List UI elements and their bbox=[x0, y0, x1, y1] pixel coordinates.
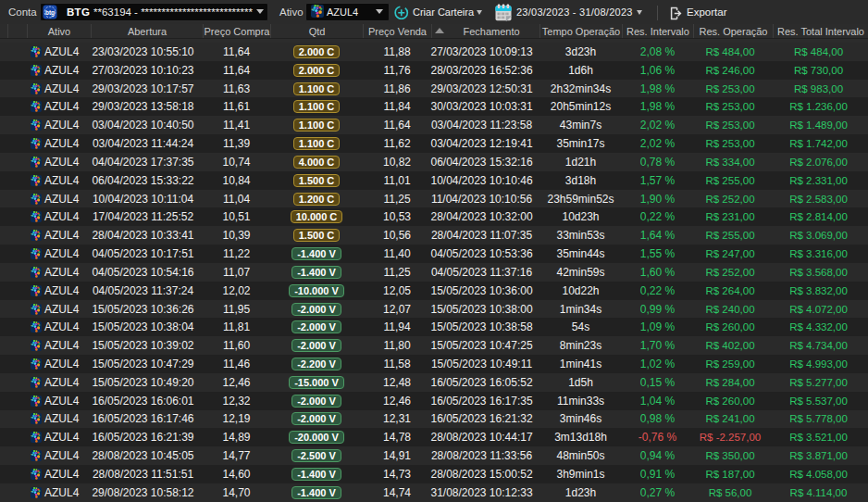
svg-text:btg: btg bbox=[45, 9, 55, 17]
